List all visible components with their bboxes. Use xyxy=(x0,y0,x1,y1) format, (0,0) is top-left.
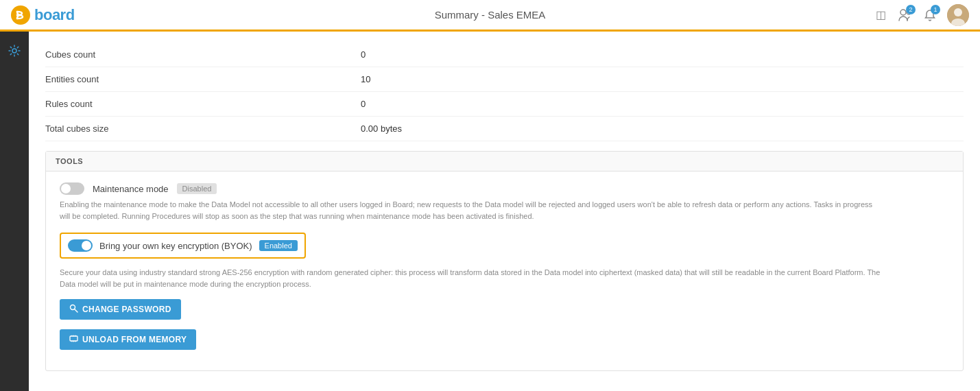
stat-row-total-size: Total cubes size 0.00 bytes xyxy=(45,117,964,141)
logo-text: board xyxy=(34,6,75,24)
tools-section: TOOLS Maintenance mode Disabled Enabling… xyxy=(45,151,964,371)
main-content: Cubes count 0 Entities count 10 Rules co… xyxy=(29,32,980,391)
svg-point-5 xyxy=(12,49,16,53)
sidebar-settings-icon[interactable] xyxy=(2,38,27,63)
svg-point-0 xyxy=(900,10,906,15)
logo[interactable]: board xyxy=(11,5,75,25)
maintenance-label: Maintenance mode xyxy=(93,184,169,194)
unload-memory-button[interactable]: UNLOAD FROM MEMORY xyxy=(60,329,196,350)
byok-status-badge: Enabled xyxy=(259,240,298,251)
messages-icon[interactable]: ◫ xyxy=(873,8,888,23)
maintenance-description: Enabling the maintenance mode to make th… xyxy=(60,199,883,222)
main-layout: Cubes count 0 Entities count 10 Rules co… xyxy=(0,32,980,391)
stat-row-cubes: Cubes count 0 xyxy=(45,43,964,67)
notifications-badge: 1 xyxy=(931,5,940,14)
byok-description: Secure your data using industry standard… xyxy=(60,267,883,289)
maintenance-mode-row: Maintenance mode Disabled xyxy=(60,182,949,195)
cubes-count-value: 0 xyxy=(361,49,366,60)
sidebar xyxy=(0,32,29,391)
change-password-label: CHANGE PASSWORD xyxy=(82,305,171,314)
page-title: Summary - Sales EMEA xyxy=(435,9,546,21)
topbar-actions: ◫ 2 1 xyxy=(873,4,969,26)
stat-row-rules: Rules count 0 xyxy=(45,92,964,117)
users-badge: 2 xyxy=(906,5,916,14)
svg-point-3 xyxy=(954,8,962,16)
rules-count-value: 0 xyxy=(361,99,366,109)
entities-count-value: 10 xyxy=(361,74,370,84)
total-cubes-size-value: 0.00 bytes xyxy=(361,123,402,134)
byok-toggle[interactable] xyxy=(68,239,93,252)
svg-rect-7 xyxy=(70,336,77,341)
maintenance-toggle-knob xyxy=(61,184,71,193)
logo-circle xyxy=(11,5,30,25)
tools-header: TOOLS xyxy=(46,152,963,171)
total-cubes-size-label: Total cubes size xyxy=(45,123,361,134)
byok-toggle-knob xyxy=(82,241,91,250)
topbar: board Summary - Sales EMEA ◫ 2 1 xyxy=(0,0,980,32)
rules-count-label: Rules count xyxy=(45,99,361,109)
cubes-count-label: Cubes count xyxy=(45,49,361,60)
maintenance-status-badge: Disabled xyxy=(177,183,217,194)
tools-body: Maintenance mode Disabled Enabling the m… xyxy=(46,171,963,370)
avatar[interactable] xyxy=(947,4,969,26)
entities-count-label: Entities count xyxy=(45,74,361,84)
key-icon xyxy=(69,304,78,315)
users-icon[interactable]: 2 xyxy=(898,8,913,23)
stats-section: Cubes count 0 Entities count 10 Rules co… xyxy=(45,43,964,141)
unload-memory-label: UNLOAD FROM MEMORY xyxy=(82,335,187,344)
change-password-button[interactable]: CHANGE PASSWORD xyxy=(60,299,181,320)
maintenance-toggle[interactable] xyxy=(60,182,84,195)
notifications-icon[interactable]: 1 xyxy=(922,8,937,23)
byok-label: Bring your own key encryption (BYOK) xyxy=(99,241,252,251)
byok-row[interactable]: Bring your own key encryption (BYOK) Ena… xyxy=(60,233,306,259)
memory-icon xyxy=(69,334,78,345)
stat-row-entities: Entities count 10 xyxy=(45,67,964,92)
